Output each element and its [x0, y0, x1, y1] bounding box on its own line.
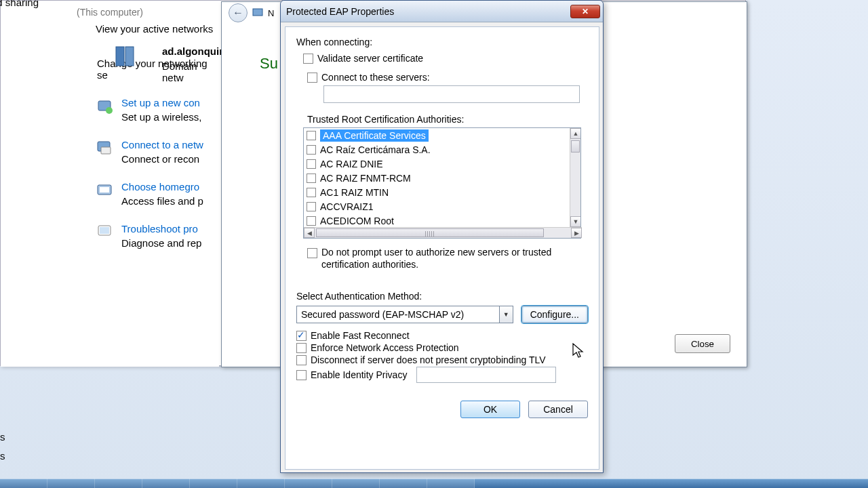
connect-servers-checkbox[interactable]	[307, 73, 317, 83]
ca-horizontal-scrollbar[interactable]: ◀ ▶	[304, 227, 582, 238]
server-icon	[112, 43, 139, 72]
identity-privacy-label: Enable Identity Privacy	[311, 369, 407, 380]
taskbar-item[interactable]	[285, 479, 332, 488]
trusted-ca-label: Trusted Root Certification Authorities:	[307, 114, 588, 125]
domain-sub: Domain netw	[162, 60, 219, 83]
fast-reconnect-checkbox[interactable]	[296, 331, 307, 341]
scroll-down-icon[interactable]: ▼	[570, 216, 580, 227]
taskbar-item[interactable]	[237, 479, 285, 488]
connect-servers-label: Connect to these servers:	[321, 72, 430, 83]
wizard-title-partial: N	[268, 8, 274, 18]
ca-item[interactable]: AC RAIZ DNIE	[304, 157, 580, 171]
when-connecting-label: When connecting:	[296, 37, 588, 47]
homegroup-link[interactable]: Choose homegro	[121, 181, 199, 192]
troubleshoot-link[interactable]: Troubleshoot pro	[121, 223, 198, 235]
domain-name: ad.algonquin	[162, 45, 225, 57]
cancel-button[interactable]: Cancel	[528, 401, 588, 418]
left-edge-text-2: s	[0, 450, 5, 462]
left-edge-text-1: s	[0, 431, 5, 443]
svg-rect-1	[125, 47, 134, 66]
dialog-title: Protected EAP Properties	[286, 6, 394, 17]
ca-checkbox[interactable]	[307, 202, 316, 211]
dialog-titlebar[interactable]: Protected EAP Properties ✕	[281, 1, 603, 22]
taskbar-item[interactable]	[190, 479, 237, 488]
ca-checkbox[interactable]	[307, 216, 316, 226]
taskbar-item[interactable]	[47, 479, 95, 488]
wizard-window-icon	[252, 6, 264, 20]
svg-rect-10	[253, 9, 262, 16]
connect-network-sub: Connect or recon	[121, 153, 219, 165]
connect-servers-input[interactable]	[323, 85, 580, 103]
scroll-right-icon[interactable]: ▶	[571, 228, 582, 238]
enforce-nap-checkbox[interactable]	[296, 343, 307, 353]
setup-connection-link[interactable]: Set up a new con	[121, 97, 200, 108]
taskbar-item[interactable]	[95, 479, 142, 488]
validate-cert-label: Validate server certificate	[317, 53, 423, 64]
disconnect-crypto-checkbox[interactable]	[296, 355, 307, 365]
connect-network-link[interactable]: Connect to a netw	[121, 139, 203, 150]
taskbar-item[interactable]	[142, 479, 190, 488]
no-prompt-label: Do not prompt user to authorize new serv…	[321, 247, 552, 270]
identity-privacy-checkbox[interactable]	[296, 370, 307, 380]
ca-vertical-scrollbar[interactable]: ▲ ▼	[570, 128, 580, 227]
configure-button[interactable]: Configure...	[521, 306, 588, 323]
hscroll-thumb[interactable]	[316, 228, 544, 237]
enforce-nap-label: Enforce Network Access Protection	[311, 342, 459, 353]
chevron-down-icon[interactable]: ▼	[499, 306, 513, 323]
close-icon[interactable]: ✕	[570, 5, 600, 18]
disconnect-crypto-label: Disconnect if server does not present cr…	[311, 354, 546, 365]
homegroup-sub: Access files and p	[121, 195, 219, 207]
svg-rect-9	[100, 227, 109, 234]
ca-item[interactable]: ACCVRAIZ1	[304, 199, 580, 214]
no-prompt-checkbox[interactable]	[307, 248, 317, 258]
ca-checkbox[interactable]	[307, 188, 316, 197]
taskbar-item[interactable]	[427, 479, 475, 488]
ca-item[interactable]: ACEDICOM Root	[304, 214, 580, 227]
ca-checkbox[interactable]	[307, 145, 316, 155]
validate-cert-checkbox[interactable]	[303, 54, 313, 64]
ok-button[interactable]: OK	[460, 401, 520, 418]
close-button[interactable]: Close	[675, 334, 730, 353]
ca-item[interactable]: AC1 RAIZ MTIN	[304, 185, 580, 199]
svg-rect-7	[100, 187, 109, 192]
svg-point-3	[106, 107, 113, 114]
ca-list[interactable]: AAA Certificate Services AC Raíz Certicá…	[304, 128, 580, 227]
this-computer-label: (This computer)	[1, 7, 219, 18]
scroll-up-icon[interactable]: ▲	[570, 128, 580, 139]
ca-item[interactable]: AC Raíz Certicámara S.A.	[304, 142, 580, 157]
ca-checkbox[interactable]	[307, 131, 316, 140]
identity-privacy-input[interactable]	[416, 367, 556, 383]
taskbar-item[interactable]	[332, 479, 380, 488]
fast-reconnect-label: Enable Fast Reconnect	[311, 330, 410, 341]
setup-connection-sub: Set up a wireless,	[121, 111, 219, 123]
svg-rect-5	[101, 147, 111, 154]
setup-conn-icon	[96, 97, 121, 118]
troubleshoot-sub: Diagnose and rep	[121, 237, 219, 249]
homegroup-icon	[96, 181, 121, 202]
scroll-thumb[interactable]	[571, 140, 580, 152]
view-networks-label: View your active networks	[96, 23, 219, 35]
ca-item[interactable]: AAA Certificate Services	[304, 128, 580, 142]
taskbar[interactable]	[0, 479, 868, 488]
ca-item[interactable]: AC RAIZ FNMT-RCM	[304, 171, 580, 185]
taskbar-item[interactable]	[0, 479, 47, 488]
ca-checkbox[interactable]	[307, 174, 316, 183]
wizard-heading-partial: Su	[260, 55, 278, 73]
taskbar-item[interactable]	[380, 479, 427, 488]
ca-list-box: AAA Certificate Services AC Raíz Certicá…	[303, 127, 581, 239]
scroll-left-icon[interactable]: ◀	[304, 228, 315, 238]
protected-eap-dialog: Protected EAP Properties ✕ When connecti…	[280, 0, 604, 473]
connect-network-icon	[96, 139, 121, 160]
auth-method-select[interactable]: Secured password (EAP-MSCHAP v2) ▼	[296, 306, 513, 323]
select-auth-label: Select Authentication Method:	[296, 291, 588, 302]
back-button[interactable]: ←	[229, 3, 248, 22]
troubleshoot-icon	[96, 223, 121, 244]
ca-checkbox[interactable]	[307, 159, 316, 169]
svg-rect-0	[116, 47, 124, 66]
